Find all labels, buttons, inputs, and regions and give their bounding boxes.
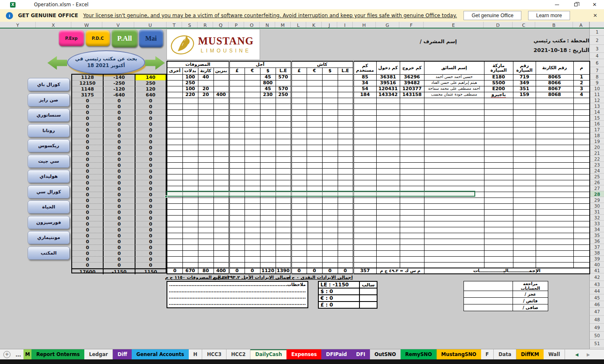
- wvu-cell[interactable]: 0: [72, 186, 103, 192]
- cell[interactable]: [484, 127, 513, 133]
- wvu-cell[interactable]: 0: [135, 116, 166, 122]
- cell[interactable]: [213, 256, 229, 262]
- cell[interactable]: [338, 139, 353, 145]
- sheet-tab-hcc3[interactable]: HCC3: [202, 349, 226, 359]
- cell[interactable]: [182, 227, 198, 233]
- cell[interactable]: [573, 256, 590, 262]
- cell[interactable]: [400, 104, 424, 109]
- cell[interactable]: [291, 250, 307, 256]
- cell[interactable]: [424, 262, 484, 268]
- wvu-cell[interactable]: 0: [135, 145, 166, 151]
- row-header-40[interactable]: 40: [590, 262, 604, 268]
- cell[interactable]: [376, 180, 400, 186]
- row-header-7[interactable]: 7: [590, 67, 604, 74]
- cell[interactable]: [245, 180, 260, 186]
- cell[interactable]: [213, 180, 229, 186]
- cell[interactable]: [182, 139, 198, 145]
- cell[interactable]: [229, 104, 245, 109]
- currency-value[interactable]: LE : -1150: [318, 281, 359, 288]
- hotel-button-0[interactable]: كورال باي: [28, 78, 70, 91]
- cell[interactable]: [291, 180, 307, 186]
- cell[interactable]: [353, 239, 376, 244]
- cell[interactable]: [573, 127, 590, 133]
- wvu-cell[interactable]: 0: [72, 122, 103, 127]
- cell[interactable]: [536, 162, 573, 168]
- cell[interactable]: [276, 80, 291, 86]
- cell[interactable]: [338, 98, 353, 104]
- cell[interactable]: [400, 244, 424, 250]
- cell[interactable]: 40: [198, 74, 213, 80]
- cell[interactable]: [400, 151, 424, 156]
- cell[interactable]: [245, 239, 260, 244]
- wvu-cell[interactable]: 0: [72, 233, 103, 239]
- cell[interactable]: 143342: [376, 92, 400, 98]
- cell[interactable]: [276, 203, 291, 209]
- cell[interactable]: [322, 80, 338, 86]
- cell[interactable]: [376, 256, 400, 262]
- wvu-cell[interactable]: 0: [103, 116, 135, 122]
- cell[interactable]: [424, 133, 484, 139]
- cell[interactable]: 120431: [376, 86, 400, 92]
- row-header-36[interactable]: 36: [590, 238, 604, 244]
- cell[interactable]: [245, 133, 260, 139]
- message-bar-close-icon[interactable]: ✕: [593, 13, 597, 18]
- cell[interactable]: [513, 203, 536, 209]
- cell[interactable]: [229, 239, 245, 244]
- cell[interactable]: [245, 174, 260, 180]
- cell[interactable]: [291, 98, 307, 104]
- cell[interactable]: [291, 115, 307, 121]
- cell[interactable]: [198, 239, 213, 244]
- cell[interactable]: 45: [260, 74, 276, 80]
- cell[interactable]: [536, 198, 573, 203]
- cell[interactable]: [536, 203, 573, 209]
- cell[interactable]: [213, 233, 229, 239]
- cell[interactable]: [291, 174, 307, 180]
- cell[interactable]: [276, 121, 291, 127]
- cell[interactable]: [167, 139, 182, 145]
- cell[interactable]: [198, 80, 213, 86]
- cell[interactable]: [376, 104, 400, 109]
- cell[interactable]: [245, 198, 260, 203]
- sheet-tab-expenses[interactable]: Expenses: [286, 349, 321, 359]
- cell[interactable]: [167, 262, 182, 268]
- cell[interactable]: [229, 215, 245, 221]
- cell[interactable]: [260, 180, 276, 186]
- cell[interactable]: [484, 198, 513, 203]
- cell[interactable]: [322, 250, 338, 256]
- cell[interactable]: [260, 221, 276, 227]
- cell[interactable]: [291, 198, 307, 203]
- wvu-cell[interactable]: 0: [72, 239, 103, 245]
- cell[interactable]: [536, 168, 573, 174]
- wvu-cell[interactable]: 0: [103, 216, 135, 221]
- cell[interactable]: [513, 227, 536, 233]
- cell[interactable]: [229, 250, 245, 256]
- cell[interactable]: [260, 233, 276, 239]
- cell[interactable]: [573, 215, 590, 221]
- wvu-cell[interactable]: 0: [103, 169, 135, 174]
- cell[interactable]: [182, 109, 198, 115]
- cell[interactable]: [260, 115, 276, 121]
- cell[interactable]: [307, 256, 322, 262]
- data-row[interactable]: 22020400230250184143342143158مصطفى جودة …: [167, 92, 590, 98]
- row-header-11[interactable]: 11: [590, 91, 604, 97]
- cell[interactable]: [229, 262, 245, 268]
- cell[interactable]: [307, 156, 322, 162]
- cell[interactable]: [338, 256, 353, 262]
- cell[interactable]: [182, 133, 198, 139]
- cell[interactable]: [536, 215, 573, 221]
- wvu-cell[interactable]: 0: [72, 151, 103, 157]
- wvu-cell[interactable]: -120: [103, 86, 135, 92]
- cell[interactable]: [307, 104, 322, 109]
- cell[interactable]: [484, 180, 513, 186]
- total-cell[interactable]: 400: [213, 268, 229, 274]
- macro-button-mai[interactable]: Mai: [139, 29, 163, 47]
- wvu-cell[interactable]: 1150: [135, 268, 166, 274]
- row-header-18[interactable]: 18: [590, 133, 604, 138]
- empty-row[interactable]: [167, 104, 590, 109]
- cell[interactable]: [573, 221, 590, 227]
- cell[interactable]: [260, 168, 276, 174]
- cell[interactable]: [513, 215, 536, 221]
- empty-row[interactable]: [167, 180, 590, 186]
- total-cell[interactable]: 670: [182, 268, 198, 274]
- cell[interactable]: باجيرو: [484, 92, 513, 98]
